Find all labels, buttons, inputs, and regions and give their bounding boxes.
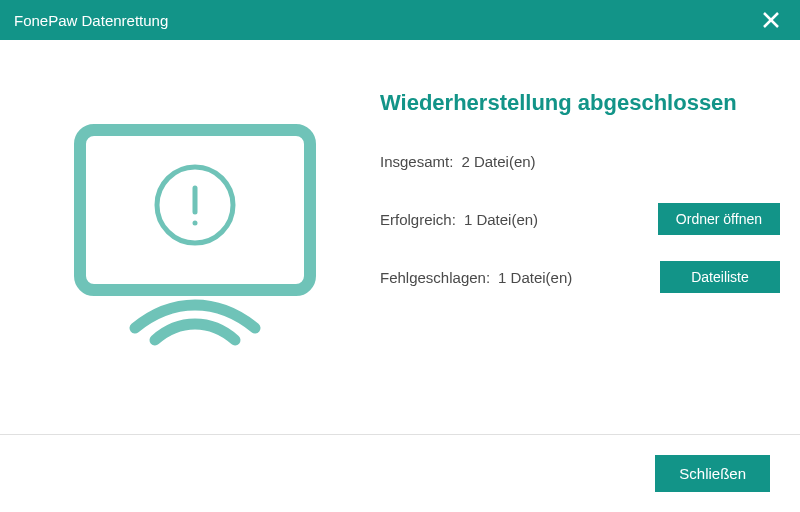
- success-label: Erfolgreich:: [380, 211, 456, 228]
- close-icon[interactable]: [756, 5, 786, 35]
- stat-failed-row: Fehlgeschlagen: 1 Datei(en) Dateiliste: [380, 260, 780, 294]
- failed-label: Fehlgeschlagen:: [380, 269, 490, 286]
- footer: Schließen: [0, 434, 800, 512]
- titlebar: FonePaw Datenrettung: [0, 0, 800, 40]
- stat-total-row: Insgesamt: 2 Datei(en): [380, 144, 780, 178]
- app-title: FonePaw Datenrettung: [14, 12, 168, 29]
- close-button[interactable]: Schließen: [655, 455, 770, 492]
- stat-success-row: Erfolgreich: 1 Datei(en) Ordner öffnen: [380, 202, 780, 236]
- success-value: 1 Datei(en): [464, 211, 538, 228]
- completion-heading: Wiederherstellung abgeschlossen: [380, 90, 780, 116]
- failed-value: 1 Datei(en): [498, 269, 572, 286]
- total-value: 2 Datei(en): [461, 153, 535, 170]
- svg-point-5: [193, 221, 198, 226]
- file-list-button[interactable]: Dateiliste: [660, 261, 780, 293]
- content-area: Wiederherstellung abgeschlossen Insgesam…: [0, 40, 800, 370]
- info-panel: Wiederherstellung abgeschlossen Insgesam…: [370, 80, 780, 350]
- open-folder-button[interactable]: Ordner öffnen: [658, 203, 780, 235]
- total-label: Insgesamt:: [380, 153, 453, 170]
- monitor-illustration: [20, 80, 370, 350]
